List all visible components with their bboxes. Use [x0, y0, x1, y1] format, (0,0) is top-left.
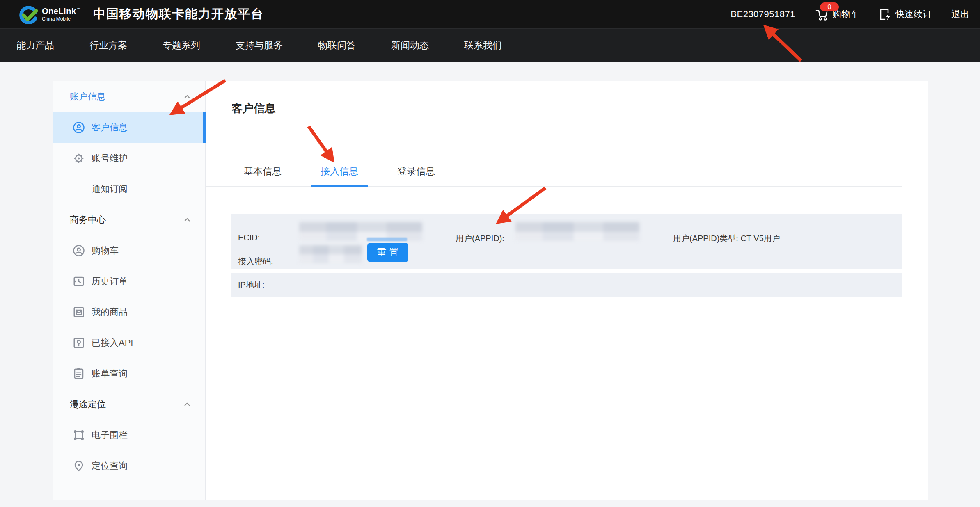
nav-item-support[interactable]: 支持与服务: [236, 39, 283, 52]
brand-subtitle: China Mobile: [42, 16, 81, 21]
site-title: 中国移动物联卡能力开放平台: [93, 6, 264, 23]
sidebar-item-electronic-fence[interactable]: 电子围栏: [53, 420, 205, 450]
sidebar-item-customer-info[interactable]: 客户信息: [53, 112, 205, 143]
history-icon: [72, 275, 85, 288]
chevron-up-icon: [184, 95, 190, 99]
tab-access-info[interactable]: 接入信息: [311, 162, 368, 187]
cart-button[interactable]: 0 购物车: [815, 7, 859, 21]
cart-badge: 0: [820, 2, 839, 11]
chevron-up-icon: [184, 218, 190, 222]
onelink-logo[interactable]: OneLink™ China Mobile: [18, 5, 81, 24]
trademark-symbol: ™: [77, 7, 81, 11]
quick-renew-button[interactable]: 快速续订: [879, 8, 932, 21]
logout-button[interactable]: 退出: [951, 8, 969, 21]
sidebar-item-connected-api[interactable]: 已接入API: [53, 327, 205, 358]
onelink-logo-icon: [18, 5, 39, 24]
account-id[interactable]: BE2307951871: [730, 9, 795, 20]
appid-type-value: CT V5用户: [740, 234, 780, 243]
appid-value-redacted: [515, 222, 639, 241]
sidebar-section-business-center[interactable]: 商务中心: [53, 204, 205, 235]
tab-basic-info[interactable]: 基本信息: [234, 162, 291, 187]
sidebar: 账户信息 客户信息 账号维护 通知订阅 商务中心 购物车 历史订单: [53, 81, 206, 500]
sidebar-item-notification-subscribe[interactable]: 通知订阅: [53, 174, 205, 204]
quick-renew-icon: [879, 8, 891, 21]
nav-item-qa[interactable]: 物联问答: [318, 39, 356, 52]
appid-type-label: 用户(APPID)类型: CT V5用户: [673, 233, 780, 244]
cart-circle-icon: [72, 244, 85, 257]
access-info-panel: ECID: 用户(APPID): 用户(APPID)类型: CT V5用户 接入…: [231, 214, 902, 269]
api-icon: [72, 336, 85, 349]
user-circle-icon: [72, 121, 85, 134]
tab-bar: 基本信息 接入信息 登录信息: [206, 162, 902, 187]
topbar: OneLink™ China Mobile 中国移动物联卡能力开放平台 BE23…: [0, 0, 980, 28]
nav-item-contact[interactable]: 联系我们: [464, 39, 502, 52]
nav-item-industry[interactable]: 行业方案: [89, 39, 127, 52]
gear-icon: [72, 152, 85, 165]
ip-address-label: IP地址:: [238, 279, 264, 290]
sidebar-item-bill-query[interactable]: 账单查询: [53, 358, 205, 389]
location-pin-icon: [72, 459, 85, 473]
nav-item-products[interactable]: 能力产品: [16, 39, 54, 52]
main-content: 客户信息 基本信息 接入信息 登录信息 接入信息1 ECID: 用户(APPID…: [206, 81, 928, 500]
nav-item-topics[interactable]: 专题系列: [163, 39, 200, 52]
access-password-label: 接入密码:: [238, 256, 273, 267]
ip-address-panel: IP地址:: [231, 273, 902, 297]
sidebar-section-roaming-location[interactable]: 漫途定位: [53, 389, 205, 420]
sidebar-section-account[interactable]: 账户信息: [53, 81, 205, 112]
sidebar-item-location-query[interactable]: 定位查询: [53, 450, 205, 481]
chevron-up-icon: [184, 402, 190, 407]
reset-password-button[interactable]: 重 置: [367, 243, 408, 262]
ecid-label: ECID:: [238, 233, 260, 242]
page-title: 客户信息: [231, 101, 276, 116]
topbar-actions: BE2307951871 0 购物车 快速续订 退出: [730, 7, 969, 21]
quick-renew-label: 快速续订: [895, 8, 932, 21]
bill-icon: [72, 367, 85, 380]
brand-name: OneLink™: [42, 7, 81, 15]
main-nav: 能力产品 行业方案 专题系列 支持与服务 物联问答 新闻动态 联系我们: [0, 28, 980, 62]
tab-login-info[interactable]: 登录信息: [387, 162, 445, 187]
redacted-button-edge: [367, 238, 407, 241]
sidebar-item-my-products[interactable]: 我的商品: [53, 297, 205, 327]
sidebar-item-account-maintenance[interactable]: 账号维护: [53, 143, 205, 174]
sidebar-item-shopping-cart[interactable]: 购物车: [53, 235, 205, 266]
fence-icon: [72, 429, 85, 442]
sidebar-item-order-history[interactable]: 历史订单: [53, 266, 205, 297]
access-password-redacted: [299, 245, 362, 263]
goods-icon: [72, 306, 85, 319]
appid-label: 用户(APPID):: [456, 233, 504, 244]
nav-item-news[interactable]: 新闻动态: [391, 39, 429, 52]
